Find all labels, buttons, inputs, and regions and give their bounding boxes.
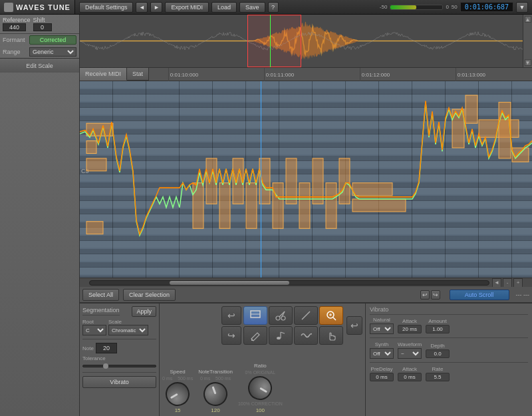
scissors-tool-button[interactable] [269,306,293,325]
clear-selection-button[interactable]: Clear Selection [123,289,176,301]
time-display: 0:01:06:687 [460,2,513,12]
zoom-tool-button[interactable] [319,306,343,325]
line-tool-button[interactable] [294,306,318,325]
pitch-svg [80,81,532,278]
svg-rect-2 [86,158,106,171]
redo-button[interactable]: ↪ [221,326,241,345]
vibrato-attack-col: Attack 20 ms [398,318,422,333]
vibrato-predelay-value: 0 ms [370,373,394,381]
svg-rect-1 [86,141,96,154]
note-label: Note [82,345,94,351]
stat-tab[interactable]: Stat [127,68,149,81]
title-bar: WAVES TUNE Default Settings ◄ ► Export M… [0,0,532,15]
meter-minus50: -50 [380,4,388,10]
auto-scroll-button[interactable]: Auto Scroll [450,290,509,300]
roll-scroll-minus[interactable]: - [503,278,512,288]
vibrato-natural-select[interactable]: OffOn [370,323,394,334]
shift-label: Shift [33,17,52,23]
timeline-mark-4: 0:01:13:000 [456,68,485,81]
forward-button[interactable]: ► [150,2,162,13]
undo-small-button[interactable]: ↩ [420,290,430,300]
note-row: Note [82,343,156,353]
root-group: Root CC#DD# EFF#G G#AA#B [82,319,106,335]
note-transition-value: 120 [211,407,219,413]
load-button[interactable]: Load [211,2,237,13]
vibrato-divider-2 [370,362,528,363]
speed-knob[interactable] [161,377,194,410]
redo-small-button[interactable]: ↪ [431,290,440,300]
roll-scroll-plus[interactable]: + [513,278,523,288]
main-content: Reference Shift Formant Corrected Range … [0,15,532,416]
piano-roll-scrollbar-track[interactable] [89,280,489,286]
svg-rect-21 [499,103,511,158]
vibrato-button[interactable]: Vibrato [82,376,156,388]
apply-button[interactable]: Apply [132,306,156,317]
pencil-tool-button[interactable] [243,326,267,345]
ratio-min-label: 0% ORIGINAL [245,370,276,375]
piano-roll-scrollbar-thumb[interactable] [170,281,289,285]
overview-scroll-up[interactable]: ▲ [525,16,531,23]
help-button[interactable]: ? [268,2,279,13]
app-logo: WAVES TUNE [0,0,75,14]
wave-tool-button[interactable] [294,326,318,345]
tool-buttons-row: ↩ ↪ [162,306,362,345]
note-tool-button[interactable] [269,326,293,345]
vibrato-attack2-value: 0 ms [398,373,422,381]
svg-rect-8 [246,183,257,228]
export-midi-button[interactable]: Export MIDI [165,2,209,13]
piano-roll[interactable]: C3 [80,81,532,278]
vibrato-synth-select[interactable]: OffOn [370,348,394,359]
ratio-max-label: 100% CORRECTION [238,401,283,406]
tools-knobs-panel: ↩ ↪ [160,304,366,416]
save-button[interactable]: Save [239,2,265,13]
note-transition-knob[interactable] [200,379,231,409]
range-label: Range [3,49,27,55]
shift-input[interactable] [33,23,52,31]
note-input[interactable] [96,343,117,353]
overview-playhead [270,15,271,67]
select-tool-button[interactable] [243,306,267,325]
segmentation-panel: Segmentation Apply Root CC#DD# EFF#G G#A… [80,304,160,416]
segmentation-label: Segmentation [82,307,120,315]
root-select[interactable]: CC#DD# EFF#G G#AA#B [82,325,106,335]
svg-rect-16 [352,183,392,196]
svg-line-31 [333,317,336,320]
vibrato-attack2-header: Attack [398,366,422,372]
svg-rect-9 [259,158,270,204]
center-panel: ▲ ▼ Receive MIDI Stat 0:01:10:000 0:01:1… [80,15,532,416]
receive-midi-tab[interactable]: Receive MIDI [80,68,127,81]
default-settings-button[interactable]: Default Settings [79,2,134,13]
undo-button[interactable]: ↩ [221,306,241,325]
select-all-button[interactable]: Select All [82,289,119,301]
svg-rect-14 [326,183,336,228]
reference-input[interactable] [3,23,26,31]
range-row: Range Generic Soprano Alto Tenor Bass [0,46,79,58]
ratio-knob[interactable] [244,371,277,404]
vibrato-amount-header: Amount [426,318,450,324]
timeline-area: Receive MIDI Stat 0:01:10:000 0:01:11:00… [80,68,532,81]
hand-tool-button[interactable] [319,326,343,345]
undo-right-button[interactable]: ↩ [346,316,362,335]
time-expand-button[interactable]: ▼ [516,2,528,13]
level-meter: -50 0 50 [380,4,458,10]
vibrato-divider-1 [370,337,528,338]
svg-rect-12 [299,183,310,228]
vibrato-rate-header: Rate [426,366,450,372]
overview-scroll-down[interactable]: ▼ [525,59,531,66]
tolerance-slider[interactable] [82,365,156,367]
reference-label: Reference [3,17,31,23]
scale-select[interactable]: ChromaticMajorMinor [108,325,148,335]
vibrato-waveform-select[interactable]: ~▲■ [398,348,422,359]
vibrato-natural-header: Natural [370,317,394,323]
svg-rect-6 [219,183,230,228]
roll-scroll-left[interactable]: ◄ [492,278,501,288]
nt-min-label: 0 [200,376,203,381]
back-button[interactable]: ◄ [136,2,148,13]
edit-scale-button[interactable]: Edit Scale [0,58,79,73]
ref-shift-row: Reference Shift [0,15,79,34]
overview-selection [247,15,302,67]
vibrato-depth-header: Depth [426,343,450,349]
range-select[interactable]: Generic Soprano Alto Tenor Bass [29,47,76,57]
tool-row-2 [243,326,343,345]
dash-indicator: --- --- [516,292,529,298]
